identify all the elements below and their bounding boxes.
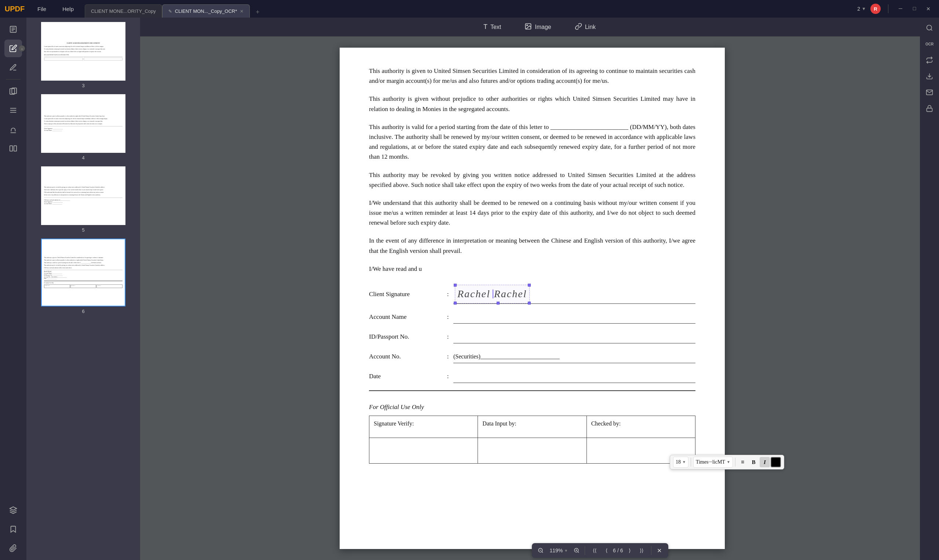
total-pages: 6 bbox=[620, 548, 623, 554]
date-row: Date : bbox=[369, 370, 695, 383]
signature-text-2[interactable]: Rachel bbox=[494, 286, 527, 302]
sidebar-icon-compare[interactable] bbox=[5, 140, 22, 157]
color-picker-button[interactable] bbox=[771, 457, 781, 467]
add-tab-button[interactable]: + bbox=[252, 6, 263, 18]
zoom-value-display[interactable]: 119% ▼ bbox=[547, 548, 570, 554]
zoom-out-button[interactable] bbox=[535, 545, 547, 556]
account-name-line[interactable] bbox=[453, 311, 695, 324]
download-icon[interactable] bbox=[922, 69, 937, 83]
toolbar-separator-1 bbox=[691, 458, 691, 466]
account-name-row: Account Name : bbox=[369, 311, 695, 324]
zoom-percent: 119% bbox=[549, 548, 563, 554]
tab-1[interactable]: CLIENT MONE...ORITY_Copy bbox=[85, 5, 162, 18]
menu-bar: File Help bbox=[29, 0, 82, 18]
page-count-display: 2 ▼ bbox=[857, 6, 866, 12]
titlebar-right: 2 ▼ R ─ □ ✕ bbox=[857, 4, 939, 14]
thumbnail-label-5: 5 bbox=[82, 227, 84, 233]
font-name-select[interactable]: Times···licMT ▼ bbox=[693, 457, 733, 468]
tab-2-close[interactable]: ✕ bbox=[240, 9, 244, 14]
date-label: Date bbox=[369, 371, 443, 381]
menu-help[interactable]: Help bbox=[54, 0, 82, 18]
font-size-chevron: ▼ bbox=[682, 459, 686, 465]
thumb-doc-4: This authority is given without prejudic… bbox=[42, 113, 125, 134]
app-logo: UPDF bbox=[0, 5, 29, 13]
convert-icon[interactable] bbox=[922, 53, 937, 68]
account-no-colon: : bbox=[443, 351, 453, 362]
paragraph-2: This authority is given without prejudic… bbox=[369, 94, 695, 114]
thumbnail-item: This authority is given without prejudic… bbox=[31, 94, 136, 160]
signature-section: Client Signature : 18 ▼ Times···licMT bbox=[369, 285, 695, 383]
link-tool-button[interactable]: Link bbox=[570, 20, 600, 34]
thumbnail-page-4[interactable]: This authority is given without prejudic… bbox=[41, 94, 125, 153]
nav-separator bbox=[651, 546, 651, 555]
close-button[interactable]: ✕ bbox=[924, 4, 933, 14]
sig-verify-cell: Signature Verify: bbox=[369, 415, 478, 438]
date-line[interactable] bbox=[453, 370, 695, 383]
data-input-cell: Data Input by: bbox=[478, 415, 586, 438]
id-passport-line[interactable] bbox=[453, 330, 695, 343]
document-viewer[interactable]: This authority is given to United Simsen… bbox=[140, 37, 939, 560]
thumbnail-page-3[interactable]: CLIENT ACKNOWLEDGEMENT AND CONSENT Lorem… bbox=[41, 22, 125, 81]
lock-icon[interactable] bbox=[922, 101, 937, 116]
sidebar-icon-edit[interactable]: › bbox=[5, 40, 22, 57]
user-avatar[interactable]: R bbox=[870, 4, 881, 14]
zoom-separator bbox=[585, 546, 585, 555]
bottom-bar: 119% ▼ ⟨⟨ ⟨ 6 / 6 ⟩ ⟩⟩ bbox=[280, 541, 920, 560]
maximize-button[interactable]: □ bbox=[910, 4, 919, 14]
svg-line-13 bbox=[931, 29, 933, 31]
account-no-value: (Securities)___________________________ bbox=[453, 352, 560, 362]
thumbnail-page-5[interactable]: This authority may be revoked by giving … bbox=[41, 166, 125, 225]
email-icon[interactable] bbox=[922, 85, 937, 100]
zoom-in-button[interactable] bbox=[571, 545, 583, 556]
text-tool-icon: T bbox=[483, 23, 487, 31]
tab-area: CLIENT MONE...ORITY_Copy ✎ CLIENT MON...… bbox=[82, 0, 857, 18]
main-area: T Text Image Link bbox=[140, 18, 939, 560]
handle-tr bbox=[528, 284, 531, 286]
last-page-button[interactable]: ⟩⟩ bbox=[637, 545, 647, 555]
menu-file[interactable]: File bbox=[29, 0, 54, 18]
ocr-icon[interactable]: OCR bbox=[922, 37, 937, 51]
handle-tl bbox=[454, 284, 456, 286]
signature-text-1[interactable]: Rachel bbox=[457, 286, 490, 302]
thumbnail-item: CLIENT ACKNOWLEDGEMENT AND CONSENT Lorem… bbox=[31, 22, 136, 88]
sidebar-icon-organize[interactable] bbox=[5, 102, 22, 119]
first-page-button[interactable]: ⟨⟨ bbox=[589, 545, 600, 555]
search-icon-right[interactable] bbox=[922, 20, 937, 35]
zoom-controls: 119% ▼ ⟨⟨ ⟨ 6 / 6 ⟩ ⟩⟩ bbox=[532, 543, 668, 558]
sidebar-icon-document[interactable] bbox=[5, 20, 22, 38]
svg-point-17 bbox=[527, 25, 528, 26]
thumbnail-page-6[interactable]: This authority is given to United Simsen… bbox=[41, 238, 125, 306]
client-signature-line[interactable]: 18 ▼ Times···licMT ▼ ≡ B I bbox=[453, 285, 695, 304]
sidebar-icon-highlight[interactable] bbox=[5, 58, 22, 76]
sidebar-divider-1 bbox=[6, 79, 20, 80]
font-name-chevron: ▼ bbox=[727, 459, 730, 465]
tab-2-label: CLIENT MON..._Copy_OCR* bbox=[175, 8, 237, 14]
official-table: Signature Verify: Data Input by: Checked… bbox=[369, 415, 695, 464]
bold-button[interactable]: B bbox=[749, 457, 759, 467]
sidebar-icon-pages[interactable] bbox=[5, 83, 22, 100]
page-separator: / bbox=[617, 548, 619, 554]
sidebar-icon-stamp[interactable] bbox=[5, 121, 22, 138]
minimize-button[interactable]: ─ bbox=[896, 4, 905, 14]
sidebar-icon-bookmark[interactable] bbox=[5, 520, 22, 538]
svg-rect-15 bbox=[927, 108, 933, 111]
current-page: 6 bbox=[613, 548, 616, 554]
prev-page-button[interactable]: ⟨ bbox=[601, 545, 611, 555]
image-tool-button[interactable]: Image bbox=[520, 20, 555, 34]
handle-bl bbox=[454, 302, 456, 305]
account-no-line[interactable]: (Securities)___________________________ bbox=[453, 350, 695, 363]
italic-button[interactable]: I bbox=[760, 457, 770, 467]
account-name-colon: : bbox=[443, 312, 453, 322]
next-page-button[interactable]: ⟩ bbox=[624, 545, 635, 555]
close-bar-button[interactable]: ✕ bbox=[654, 545, 665, 556]
tab-2[interactable]: ✎ CLIENT MON..._Copy_OCR* ✕ bbox=[162, 5, 250, 18]
sidebar-icon-layers[interactable] bbox=[5, 502, 22, 519]
text-tool-button[interactable]: T Text bbox=[479, 21, 506, 33]
align-button[interactable]: ≡ bbox=[738, 457, 748, 467]
sig-verify-label: Signature Verify: bbox=[374, 420, 414, 426]
handle-bm bbox=[496, 302, 500, 305]
sidebar-icon-attachment[interactable] bbox=[5, 540, 22, 557]
section-divider bbox=[369, 390, 695, 391]
id-passport-row: ID/Passport No. : bbox=[369, 330, 695, 343]
font-size-select[interactable]: 18 ▼ bbox=[673, 457, 688, 468]
